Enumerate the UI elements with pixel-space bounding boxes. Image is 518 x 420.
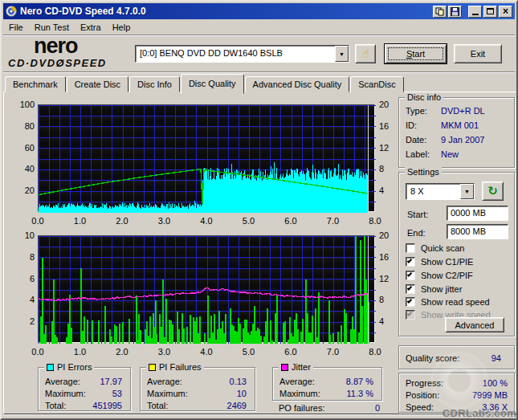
start-field[interactable]: 0000 MB bbox=[447, 206, 508, 221]
axis-tick-label: 7.0 bbox=[322, 216, 345, 226]
menu-help[interactable]: Help bbox=[107, 21, 137, 34]
jitter-group: Jitter Average:8.87 % Maximum:11.3 % bbox=[272, 367, 382, 401]
stat-row: Maximum:53 bbox=[45, 387, 122, 399]
end-field-label: End: bbox=[407, 228, 426, 238]
disc-info-title: Disc info bbox=[407, 92, 441, 102]
end-field[interactable]: 8000 MB bbox=[447, 224, 508, 239]
app-window: Nero CD-DVD Speed 4.7.0.0 × File Run Tes… bbox=[0, 0, 518, 420]
checkbox-box bbox=[406, 284, 415, 294]
stat-row: Average:0.13 bbox=[147, 375, 247, 387]
pi-errors-swatch bbox=[47, 364, 54, 371]
jitter-title: Jitter bbox=[292, 362, 311, 372]
chevron-down-icon[interactable]: ▼ bbox=[460, 184, 474, 199]
tab-disc-quality[interactable]: Disc Quality bbox=[181, 74, 244, 94]
close-button[interactable]: × bbox=[499, 6, 512, 18]
settings-group: Settings 8 X ▼ ↻ Start: 0000 MB End: 800… bbox=[398, 172, 515, 336]
save-icon bbox=[451, 7, 459, 16]
menu-run-test[interactable]: Run Test bbox=[29, 21, 75, 34]
axis-tick-label: 10 bbox=[8, 230, 35, 240]
speed-select-value: 8 X bbox=[406, 184, 460, 199]
axis-tick-label: 4.0 bbox=[195, 347, 218, 357]
axis-tick-label: 16 bbox=[379, 121, 400, 131]
app-icon bbox=[6, 6, 17, 17]
axis-tick-label: 100 bbox=[8, 100, 35, 109]
axis-tick-label: 5.0 bbox=[238, 347, 260, 357]
watermark-text: CDRLabs.com bbox=[439, 407, 516, 419]
axis-tick-label: 3.0 bbox=[153, 347, 176, 357]
stat-row: Average:17.97 bbox=[45, 375, 122, 387]
progress-row: Progress:100 % bbox=[406, 377, 508, 389]
po-failures-value: 0 bbox=[375, 403, 380, 413]
end-field-value: 8000 MB bbox=[451, 226, 486, 236]
disc-info-row: Label:New bbox=[406, 147, 506, 161]
maximize-button[interactable] bbox=[483, 6, 497, 18]
start-field-value: 0000 MB bbox=[451, 208, 486, 218]
eject-tray-button[interactable]: ☝ bbox=[355, 44, 376, 63]
tab-bar: Benchmark Create Disc Disc Info Disc Qua… bbox=[5, 74, 405, 92]
menu-extra[interactable]: Extra bbox=[75, 21, 107, 34]
copy-icon bbox=[435, 7, 444, 16]
quality-score-value: 94 bbox=[491, 353, 501, 363]
drive-select[interactable]: [0:0] BENQ DVD DD DW1640 BSLB ▼ bbox=[135, 45, 349, 63]
axis-tick-label: 2.0 bbox=[111, 216, 133, 226]
pi-failures-chart: 0.01.02.03.04.05.06.07.08.01086422016128… bbox=[8, 227, 400, 357]
maximize-icon bbox=[487, 8, 494, 14]
window-bottom-edge bbox=[3, 414, 515, 418]
start-button[interactable]: Start bbox=[385, 44, 447, 63]
po-failures-row: PO failures: 0 bbox=[279, 403, 380, 413]
advanced-button[interactable]: Advanced bbox=[445, 317, 504, 332]
window-title: Nero CD-DVD Speed 4.7.0.0 bbox=[20, 6, 431, 17]
menu-bar: File Run Test Extra Help bbox=[3, 20, 515, 35]
exit-button[interactable]: Exit bbox=[454, 44, 502, 63]
axis-tick-label: 2.0 bbox=[111, 347, 133, 357]
progress-row: Position:7999 MB bbox=[406, 389, 508, 401]
stat-row: Maximum:11.3 % bbox=[279, 387, 373, 399]
clipboard-button[interactable] bbox=[433, 6, 447, 18]
save-button[interactable] bbox=[448, 6, 462, 18]
axis-tick-label: 12 bbox=[379, 143, 400, 153]
stat-row: Maximum:10 bbox=[147, 387, 247, 399]
axis-tick-label: 60 bbox=[8, 143, 35, 153]
pi-errors-group: PI Errors Average:17.97 Maximum:53 Total… bbox=[38, 367, 131, 411]
checkbox-box bbox=[406, 257, 415, 267]
menu-file[interactable]: File bbox=[3, 21, 29, 34]
tab-disc-info[interactable]: Disc Info bbox=[129, 76, 180, 92]
axis-tick-label: 8 bbox=[379, 164, 400, 173]
refresh-button[interactable]: ↻ bbox=[482, 181, 504, 201]
axis-tick-label: 4 bbox=[379, 186, 400, 195]
axis-tick-label: 8.0 bbox=[364, 216, 386, 226]
checkbox-box bbox=[406, 243, 415, 253]
pi-errors-title: PI Errors bbox=[57, 362, 92, 372]
disc-info-row: ID:MKM 001 bbox=[406, 118, 506, 133]
tab-advanced-disc-quality[interactable]: Advanced Disc Quality bbox=[245, 76, 350, 92]
start-button-label: Start bbox=[406, 49, 425, 59]
tab-create-disc[interactable]: Create Disc bbox=[67, 76, 128, 92]
toolbar-separator bbox=[3, 71, 515, 73]
refresh-icon: ↻ bbox=[487, 186, 498, 197]
axis-tick-label: 8 bbox=[8, 252, 35, 262]
quality-score-group: Quality score: 94 bbox=[398, 345, 515, 369]
close-icon: × bbox=[503, 7, 508, 15]
chevron-down-icon[interactable]: ▼ bbox=[335, 46, 349, 62]
exit-button-label: Exit bbox=[471, 49, 485, 59]
checkbox-box bbox=[406, 297, 415, 307]
advanced-button-label: Advanced bbox=[455, 320, 495, 330]
stat-row: Total:451995 bbox=[45, 399, 122, 411]
axis-tick-label: 8 bbox=[379, 295, 400, 304]
check-icon bbox=[407, 311, 412, 316]
axis-tick-label: 0.0 bbox=[27, 347, 49, 357]
title-bar: Nero CD-DVD Speed 4.7.0.0 × bbox=[3, 3, 515, 19]
settings-title: Settings bbox=[407, 167, 439, 177]
tab-scandisc[interactable]: ScanDisc bbox=[350, 76, 403, 92]
axis-tick-label: 20 bbox=[8, 186, 35, 195]
pi-failures-group: PI Failures Average:0.13 Maximum:10 Tota… bbox=[140, 367, 255, 411]
axis-tick-label: 3.0 bbox=[153, 216, 176, 226]
pi-errors-chart: 0.01.02.03.04.05.06.07.08.01008060402020… bbox=[8, 96, 400, 226]
minimize-button[interactable] bbox=[468, 6, 482, 18]
speed-select[interactable]: 8 X ▼ bbox=[406, 183, 475, 200]
axis-tick-label: 4.0 bbox=[195, 216, 218, 226]
axis-tick-label: 6.0 bbox=[279, 347, 302, 357]
tab-benchmark[interactable]: Benchmark bbox=[5, 76, 66, 92]
axis-tick-label: 0.0 bbox=[27, 216, 49, 226]
jitter-swatch bbox=[281, 364, 288, 371]
